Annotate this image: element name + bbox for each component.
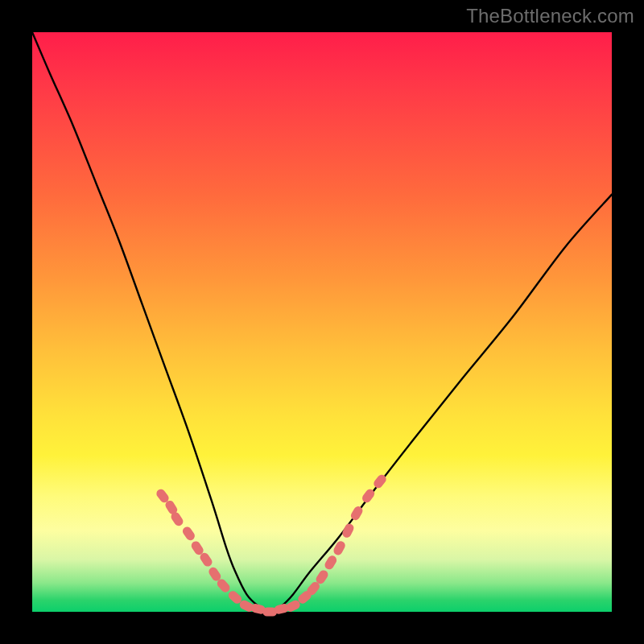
marker-pill [323,554,338,571]
chart-frame: TheBottleneck.com [0,0,644,644]
bottleneck-curve [32,32,612,612]
plot-area [32,32,612,612]
marker-pill [181,525,196,542]
watermark-text: TheBottleneck.com [466,5,634,27]
marker-group [155,473,388,617]
curve-layer [32,32,612,612]
